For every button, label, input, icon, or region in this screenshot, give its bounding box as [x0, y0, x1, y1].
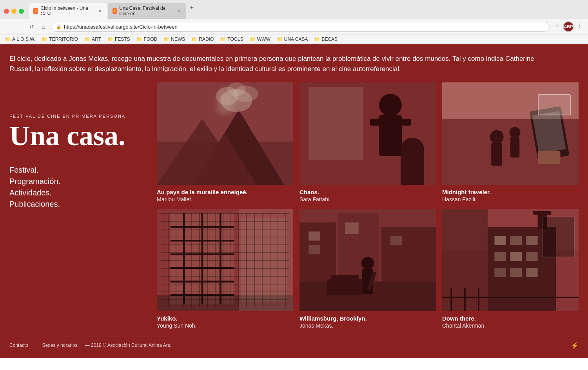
footer-link-contacto[interactable]: Contacto: [9, 343, 28, 348]
bookmark-label-una-casa: UNA CASA: [284, 36, 308, 42]
bookmark-una-casa[interactable]: 📁 UNA CASA: [277, 36, 308, 42]
back-button[interactable]: ←: [4, 22, 13, 31]
bookmark-territorio[interactable]: 📁 TERRITORIO: [42, 36, 78, 42]
svg-rect-64: [510, 268, 522, 277]
lock-icon: 🔒: [56, 24, 62, 29]
bookmark-alosw[interactable]: 📁 A.L.O.S.W.: [5, 36, 35, 42]
bookmark-becas[interactable]: 📁 BECAS: [314, 36, 338, 42]
bookmark-label-www: WWW: [257, 36, 270, 42]
film-director-3: Hassan Fazili.: [442, 196, 579, 202]
minimize-window-button[interactable]: [11, 9, 16, 14]
bookmark-button[interactable]: ☆: [553, 21, 561, 30]
svg-point-20: [510, 127, 521, 138]
nav-link-publicaciones[interactable]: Publicaciones.: [9, 200, 151, 209]
profile-avatar[interactable]: ABP: [563, 21, 574, 32]
bookmark-tools[interactable]: 📁 TOOLS: [220, 36, 243, 42]
bookmark-label-art: ART: [92, 36, 101, 42]
tab-close-2[interactable]: ✕: [177, 8, 181, 14]
film-director-4: Young Sun Noh.: [157, 323, 293, 329]
film-item-1[interactable]: Au pays de la muraille enneigeé. Marilou…: [157, 82, 293, 202]
tab-close-1[interactable]: ✕: [98, 8, 102, 14]
add-tab-button[interactable]: +: [187, 3, 196, 13]
svg-point-18: [490, 130, 504, 144]
bookmark-label-territorio: TERRITORIO: [49, 36, 78, 42]
menu-button[interactable]: ⋮: [575, 21, 584, 30]
refresh-button[interactable]: ↺: [27, 22, 36, 31]
film-image-5: [299, 209, 436, 311]
film-item-2[interactable]: Chaos. Sara Fattahi.: [299, 82, 436, 202]
svg-rect-26: [157, 209, 293, 311]
film-item-6[interactable]: Down there. Chantal Akerman.: [442, 209, 579, 329]
svg-rect-15: [299, 82, 436, 185]
site-footer: Contacto , Sedes y horarios. — 2019 © As…: [0, 337, 588, 354]
svg-rect-57: [494, 236, 506, 245]
folder-icon: 📁: [163, 36, 169, 42]
film-image-3: [442, 82, 579, 185]
bookmarks-bar: 📁 A.L.O.S.W. 📁 TERRITORIO 📁 ART 📁 FESTS …: [0, 35, 588, 44]
tab-bar: ⚡ Ciclo In between - Una Casa. ✕ ⚡ Una C…: [29, 3, 584, 19]
close-window-button[interactable]: [4, 9, 9, 14]
bookmark-label-becas: BECAS: [321, 36, 338, 42]
home-button[interactable]: ⌂: [39, 22, 48, 31]
folder-icon: 📁: [84, 36, 90, 42]
film-thumb-4: [157, 209, 293, 311]
tab-1[interactable]: ⚡ Ciclo In between - Una Casa. ✕: [29, 3, 107, 19]
svg-rect-58: [510, 236, 522, 245]
nav-link-publicaciones-anchor[interactable]: Publicaciones.: [9, 200, 60, 208]
footer-lightning-icon: ⚡: [571, 342, 579, 349]
svg-rect-65: [526, 268, 538, 277]
tab-label-1: Ciclo In between - Una Casa.: [40, 5, 95, 16]
film-item-3[interactable]: Midnight traveler. Hassan Fazili.: [442, 82, 579, 202]
svg-rect-51: [309, 245, 320, 254]
nav-link-programacion[interactable]: Programación.: [9, 177, 151, 186]
footer-links-separator: ,: [34, 343, 36, 348]
intro-paragraph: El ciclo, dedicado a Jonas Mekas, recoge…: [0, 44, 549, 82]
svg-rect-59: [526, 236, 538, 245]
bookmark-label-radio: RADIO: [199, 36, 214, 42]
film-item-4[interactable]: Yukiko. Young Sun Noh.: [157, 209, 293, 329]
footer-link-sedes[interactable]: Sedes y horarios.: [42, 343, 78, 348]
folder-icon: 📁: [220, 36, 226, 42]
address-bar[interactable]: 🔒 https://unacasafestival.cargo.site/Cic…: [51, 22, 550, 32]
website-content: El ciclo, dedicado a Jonas Mekas, recoge…: [0, 44, 588, 358]
footer-links: Contacto , Sedes y horarios. — 2019 © As…: [9, 343, 171, 348]
bookmark-fests[interactable]: 📁 FESTS: [107, 36, 130, 42]
folder-icon: 📁: [250, 36, 256, 42]
film-image-1: [157, 82, 293, 185]
film-title-1: Au pays de la muraille enneigeé.: [157, 189, 293, 195]
nav-link-festival-anchor[interactable]: Festival.: [9, 166, 38, 174]
svg-rect-52: [345, 222, 359, 233]
bookmark-label-tools: TOOLS: [227, 36, 243, 42]
film-item-5[interactable]: Williamsburg, Brooklyn. Jonas Mekas.: [299, 209, 436, 329]
forward-button[interactable]: →: [16, 22, 24, 31]
film-thumb-1: [157, 82, 293, 185]
film-image-4: [157, 209, 293, 311]
folder-icon: 📁: [191, 36, 197, 42]
tab-2[interactable]: ⚡ Una Casa. Festival de Cine en ... ✕: [108, 3, 186, 19]
title-bar: ⚡ Ciclo In between - Una Casa. ✕ ⚡ Una C…: [0, 0, 588, 19]
main-content-area: FESTIVAL DE CINE EN PRIMERA PERSONA Una …: [0, 82, 588, 337]
maximize-window-button[interactable]: [19, 9, 24, 14]
bookmark-news[interactable]: 📁 NEWS: [163, 36, 185, 42]
folder-icon: 📁: [5, 36, 11, 42]
bookmark-radio[interactable]: 📁 RADIO: [191, 36, 214, 42]
festival-title: Una casa.: [9, 122, 151, 150]
folder-icon: 📁: [42, 36, 47, 42]
intro-text-content: El ciclo, dedicado a Jonas Mekas, recoge…: [9, 54, 539, 75]
film-director-6: Chantal Akerman.: [442, 323, 579, 329]
tab-favicon-1: ⚡: [33, 8, 38, 14]
nav-link-actividades-anchor[interactable]: Actividades.: [9, 188, 52, 197]
nav-link-actividades[interactable]: Actividades.: [9, 188, 151, 197]
svg-rect-37: [241, 218, 287, 302]
festival-subtitle: FESTIVAL DE CINE EN PRIMERA PERSONA: [9, 114, 151, 118]
bookmark-www[interactable]: 📁 WWW: [250, 36, 270, 42]
left-sidebar: FESTIVAL DE CINE EN PRIMERA PERSONA Una …: [9, 82, 151, 329]
folder-icon: 📁: [314, 36, 320, 42]
nav-link-programacion-anchor[interactable]: Programación.: [9, 177, 60, 186]
film-director-5: Jonas Mekas.: [299, 323, 436, 329]
film-thumb-5: [299, 209, 436, 311]
nav-link-festival[interactable]: Festival.: [9, 166, 151, 175]
bookmark-food[interactable]: 📁 FOOD: [136, 36, 158, 42]
bookmark-art[interactable]: 📁 ART: [84, 36, 101, 42]
film-title-4: Yukiko.: [157, 315, 293, 322]
